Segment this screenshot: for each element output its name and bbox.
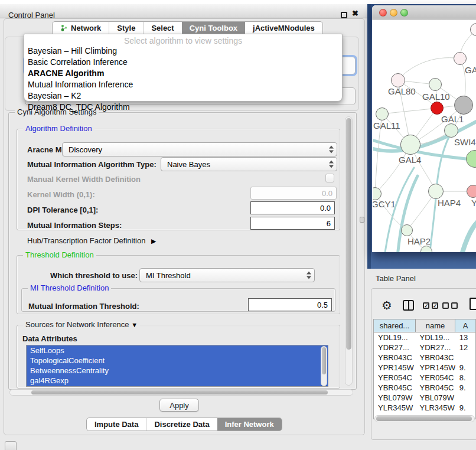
node-label: HAP4 xyxy=(438,198,461,208)
column-header-name[interactable]: name xyxy=(416,319,455,332)
close-window-icon[interactable] xyxy=(379,9,387,17)
mi-type-select[interactable]: Naive Bayes xyxy=(161,157,337,171)
which-threshold-label: Which threshold to use: xyxy=(50,271,138,280)
algorithm-option[interactable]: Bayesian – Hill Climbing xyxy=(24,45,342,57)
mi-type-label: Mutual Information Algorithm Type: xyxy=(27,160,157,169)
dpi-tolerance-field[interactable]: 0.0 xyxy=(250,201,335,214)
tab-network[interactable]: Network xyxy=(53,22,109,34)
algorithm-option[interactable]: Mutual Information Inference xyxy=(24,79,342,90)
zoom-window-icon[interactable] xyxy=(400,9,408,17)
node-label: GAL11 xyxy=(373,120,400,131)
node-label: GAL4 xyxy=(399,155,421,165)
node-label: GAL10 xyxy=(422,92,450,102)
network-node-gal4[interactable] xyxy=(400,135,420,155)
data-attributes-label: Data Attributes xyxy=(22,334,77,343)
tab-style[interactable]: Style xyxy=(109,22,143,34)
select-all-checkboxes-icon[interactable]: ✓✓ xyxy=(423,302,438,309)
gear-icon[interactable]: ⚙ xyxy=(382,298,392,312)
data-attributes-list[interactable]: SelfLoops TopologicalCoefficient Between… xyxy=(26,345,328,387)
algorithm-option[interactable]: Basic Correlation Inference xyxy=(24,57,342,68)
tab-cyni-toolbox[interactable]: Cyni Toolbox xyxy=(182,22,245,34)
aracne-mode-select[interactable]: Discovery xyxy=(62,142,337,156)
mi-steps-field[interactable]: 6 xyxy=(250,217,335,230)
table-row[interactable]: YBL079WYBL079W xyxy=(374,393,475,403)
tab-infer-network[interactable]: Infer Network xyxy=(217,418,282,431)
network-node-gal1-selected[interactable] xyxy=(431,102,444,115)
node-label: GCY1 xyxy=(373,199,396,209)
attribute-item[interactable]: SelfLoops xyxy=(27,345,328,356)
top-strip xyxy=(0,0,476,4)
algorithm-option[interactable]: Bayesian – K2 xyxy=(24,90,342,102)
control-panel-tabs: Network Style Select Cyni Toolbox jActiv… xyxy=(52,21,323,35)
columns-icon[interactable] xyxy=(403,300,414,311)
network-node-hap4[interactable] xyxy=(428,184,444,199)
column-header-partial[interactable]: A xyxy=(455,319,475,332)
hub-definition-toggle[interactable]: Hub/Transcription Factor Definition ▶ xyxy=(27,236,156,245)
table-hscrollbar[interactable] xyxy=(374,415,475,422)
manual-kernel-label: Manual Kernel Width Definition xyxy=(27,175,141,184)
list-scrollbar[interactable] xyxy=(321,346,327,386)
table-row[interactable]: YDR27...YDR27...12 xyxy=(374,343,475,353)
kernel-width-field[interactable]: 0.0 xyxy=(250,187,337,200)
tab-select[interactable]: Select xyxy=(143,22,181,34)
collapsed-arrow-icon: ▶ xyxy=(151,237,156,244)
settings-scrollbar[interactable] xyxy=(345,116,353,386)
restore-panel-button[interactable] xyxy=(5,441,17,450)
node-label: HAP2 xyxy=(407,236,431,246)
close-panel-icon[interactable]: ✖ xyxy=(352,9,358,18)
splitter-handle[interactable] xyxy=(360,217,364,223)
column-header-shared-name[interactable]: shared... xyxy=(374,319,416,332)
network-window-titlebar[interactable] xyxy=(372,5,476,19)
network-node-swi4[interactable] xyxy=(444,123,458,138)
table-row[interactable]: YLR345WYLR345W9. xyxy=(374,403,475,413)
minimize-window-icon[interactable] xyxy=(390,9,397,17)
manual-kernel-checkbox[interactable] xyxy=(325,174,334,182)
settings-hscrollbar[interactable] xyxy=(9,389,353,396)
mi-steps-label: Mutual Information Steps: xyxy=(27,221,122,230)
stepper-arrows-icon xyxy=(328,161,334,168)
tab-discretize-data[interactable]: Discretize Data xyxy=(146,418,217,431)
table-row[interactable]: YBR043CYBR043C xyxy=(374,353,475,363)
table-row[interactable]: YBR045CYBR045C9. xyxy=(374,383,475,393)
network-canvas[interactable]: GAL GAL80 GAL10 GAL1 GAL11 SWI4 GAL4 GCY… xyxy=(373,20,476,252)
stepper-arrows-icon xyxy=(328,146,334,154)
node-label: Y xyxy=(471,198,476,208)
table-row[interactable]: YPR145WYPR145W9. xyxy=(374,363,475,373)
node-label: GAL xyxy=(465,65,476,75)
algorithm-option-selected[interactable]: ARACNE Algorithm xyxy=(24,68,342,79)
mi-threshold-label: Mutual Information Threshold: xyxy=(28,302,139,311)
tab-jactivemnodules[interactable]: jActiveMNodules xyxy=(245,22,322,34)
expanded-arrow-icon: ▼ xyxy=(131,321,138,328)
attribute-item[interactable]: gal4RGexp xyxy=(27,376,328,386)
node-label: GAL1 xyxy=(441,114,464,124)
table-panel-title: Table Panel xyxy=(376,274,416,283)
node-table: shared... name A YDL19...YDL19...13 YDR2… xyxy=(373,319,476,419)
table-row[interactable]: YDL19...YDL19...13 xyxy=(374,332,475,343)
stepper-arrows-icon xyxy=(306,272,311,279)
attribute-item[interactable]: TopologicalCoefficient xyxy=(27,356,328,366)
algorithm-popup: Select algorithm to view settings Bayesi… xyxy=(24,34,343,102)
cyni-mode-tabs: Impute Data Discretize Data Infer Networ… xyxy=(86,418,282,431)
network-node-gray[interactable] xyxy=(454,96,473,115)
apply-button[interactable]: Apply xyxy=(159,399,199,412)
deselect-all-checkboxes-icon[interactable] xyxy=(442,302,458,309)
attribute-item[interactable]: BetweennessCentrality xyxy=(27,366,328,376)
network-window: GAL GAL80 GAL10 GAL1 GAL11 SWI4 GAL4 GCY… xyxy=(372,5,476,252)
export-table-icon[interactable] xyxy=(470,298,476,310)
tab-impute-data[interactable]: Impute Data xyxy=(87,418,146,431)
float-panel-icon[interactable] xyxy=(341,12,347,18)
network-node[interactable] xyxy=(454,52,467,65)
network-node-gal80[interactable] xyxy=(391,73,405,87)
which-threshold-select[interactable]: MI Threshold xyxy=(139,268,315,282)
popup-placeholder: Select algorithm to view settings xyxy=(24,34,342,45)
network-node-gal10[interactable] xyxy=(429,78,442,91)
mi-threshold-field[interactable]: 0.5 xyxy=(248,298,332,311)
network-node-pink[interactable] xyxy=(467,185,476,198)
network-node-hap2[interactable] xyxy=(401,224,413,236)
mi-threshold-group-title: MI Threshold Definition xyxy=(28,283,111,292)
table-row[interactable]: YER054CYER054C8. xyxy=(374,373,475,383)
algorithm-option[interactable]: Dream8 DC_TDC Algorithm xyxy=(24,102,342,113)
sources-group-title[interactable]: Sources for Network Inference ▼ xyxy=(23,320,140,329)
network-node-gal11[interactable] xyxy=(376,107,389,120)
network-icon xyxy=(60,24,68,32)
